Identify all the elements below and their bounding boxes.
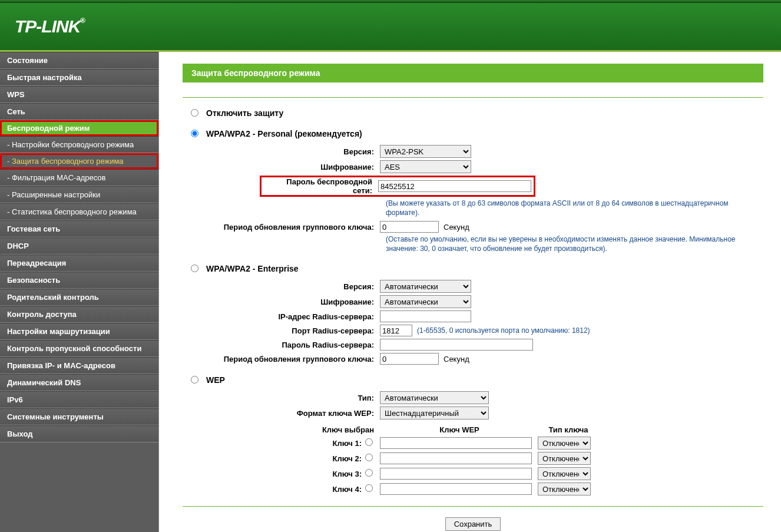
disable-security-label: Отключить защиту [206,108,283,118]
wep-key-input[interactable] [380,483,532,495]
wep-hdr-selected: Ключ выбран [183,425,380,434]
sidebar-item[interactable]: Сеть [0,103,158,120]
sidebar-item[interactable]: Гостевая сеть [0,220,158,237]
sidebar-item[interactable]: Быстрая настройка [0,69,158,86]
radius-ip-input[interactable] [380,310,471,322]
wep-key-label: Ключ 3: [183,470,365,478]
sidebar-item[interactable]: Родительский контроль [0,289,158,306]
sidebar-item[interactable]: Безопасность [0,272,158,289]
sidebar: СостояниеБыстрая настройкаWPSСетьБеспров… [0,52,159,532]
radius-ip-label: IP-адрес Radius-сервера: [183,312,380,321]
sidebar-item[interactable]: - Настройки беспроводного режима [0,136,158,153]
wep-key-radio[interactable] [365,469,373,477]
radio-disable-security[interactable] [191,109,198,117]
sidebar-item[interactable]: Контроль доступа [0,306,158,323]
sidebar-item[interactable]: Динамический DNS [0,374,158,391]
wep-key-radio[interactable] [365,484,373,492]
gk-unit: Секунд [444,223,469,232]
radio-wpa-enterprise[interactable] [191,265,198,272]
wpa-personal-version-select[interactable]: WPA2-PSK [380,145,471,158]
ent-gk-unit: Секунд [444,355,469,364]
wep-key-type-select[interactable]: Отключено [538,467,591,480]
wep-title: WEP [206,375,225,385]
gk-note: (Оставьте по умолчанию, если вы не увере… [386,235,763,253]
wpa-ent-encryption-select[interactable]: Автоматически [380,295,471,308]
sidebar-item[interactable]: Состояние [0,52,158,69]
wep-format-select[interactable]: Шестнадцатеричный [380,407,489,419]
password-label: Пароль беспроводной сети: [262,177,378,195]
sidebar-item[interactable]: - Защита беспроводного режима [0,153,158,169]
wep-key-label: Ключ 4: [183,485,365,494]
wep-key-input[interactable] [380,437,532,449]
sidebar-item[interactable]: Контроль пропускной способности [0,340,158,357]
password-highlight-box: Пароль беспроводной сети: [260,176,535,197]
wpa-ent-version-select[interactable]: Автоматически [380,280,471,293]
wep-format-label: Формат ключа WEP: [183,409,380,418]
sidebar-item[interactable]: Беспроводной режим [0,120,158,136]
gk-label: Период обновления группового ключа: [183,223,380,232]
header: TP-LINK® [0,3,781,50]
version-label: Версия: [183,147,380,156]
wpa-personal-title: WPA/WPA2 - Personal (рекомендуется) [206,129,362,138]
sidebar-item[interactable]: Переадресация [0,255,158,272]
wpa-ent-gk-input[interactable] [380,353,439,365]
sidebar-item[interactable]: - Фильтрация MAC-адресов [0,169,158,186]
wep-type-label: Тип: [183,394,380,402]
wpa-enterprise-title: WPA/WPA2 - Enterprise [206,264,299,273]
sidebar-item[interactable]: Настройки маршрутизации [0,323,158,340]
wep-key-input[interactable] [380,452,532,464]
divider [183,97,763,98]
wep-key-input[interactable] [380,468,532,480]
save-button[interactable]: Сохранить [445,517,501,531]
sidebar-item[interactable]: - Расширенные настройки [0,186,158,203]
wep-key-type-select[interactable]: Отключено [538,452,591,465]
sidebar-item[interactable]: Системные инструменты [0,408,158,425]
wep-hdr-key: Ключ WEP [380,425,539,434]
ent-gk-label: Период обновления группового ключа: [183,355,380,364]
wireless-password-input[interactable] [378,180,531,192]
page-title: Защита беспроводного режима [183,64,763,82]
radius-pw-label: Пароль Radius-сервера: [183,341,380,349]
radio-wpa-personal[interactable] [191,130,198,137]
radius-port-label: Порт Radius-сервера: [183,326,380,335]
sidebar-item[interactable]: Выход [0,425,158,442]
main-content: Защита беспроводного режима Отключить за… [159,52,781,532]
sidebar-item[interactable]: WPS [0,86,158,103]
ent-version-label: Версия: [183,282,380,291]
sidebar-item[interactable]: IPv6 [0,391,158,408]
ent-encryption-label: Шифрование: [183,298,380,306]
radio-wep[interactable] [191,376,198,384]
wep-key-type-select[interactable]: Отключено [538,483,591,495]
wpa-personal-gk-input[interactable] [380,221,439,233]
divider-bottom [183,506,763,507]
wep-key-label: Ключ 2: [183,454,365,463]
logo: TP-LINK® [15,16,85,37]
sidebar-item[interactable]: DHCP [0,237,158,255]
sidebar-item[interactable]: - Статистика беспроводного режима [0,203,158,220]
wpa-personal-encryption-select[interactable]: AES [380,160,471,173]
password-note: (Вы можете указать от 8 до 63 символов ф… [386,199,763,217]
wep-key-label: Ключ 1: [183,439,365,448]
radius-pw-input[interactable] [380,339,533,351]
encryption-label: Шифрование: [183,163,380,171]
wep-key-radio[interactable] [365,454,373,461]
wep-type-select[interactable]: Автоматически [380,391,489,404]
wep-key-radio[interactable] [365,438,373,446]
radius-port-input[interactable] [380,325,412,336]
sidebar-item[interactable]: Привязка IP- и MAC-адресов [0,357,158,374]
radius-port-note: (1-65535, 0 используется порта по умолча… [417,326,590,335]
wep-hdr-type: Тип ключа [539,425,598,434]
wep-key-type-select[interactable]: Отключено [538,437,591,450]
